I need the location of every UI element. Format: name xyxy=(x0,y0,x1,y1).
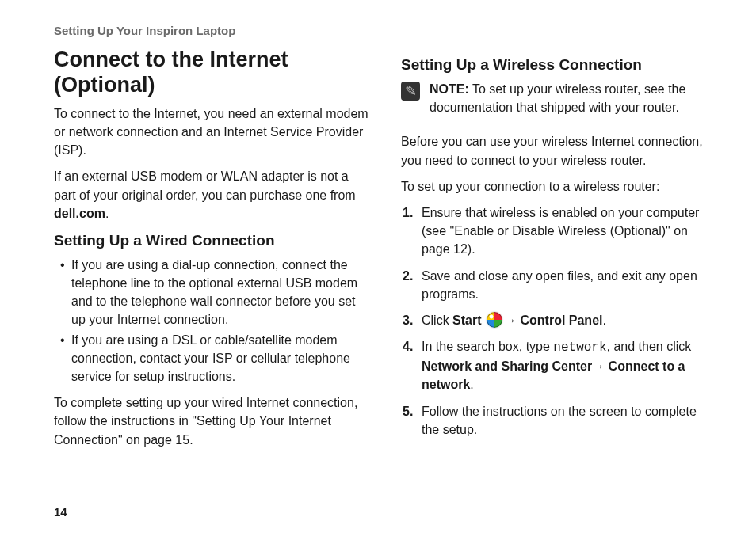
section-header: Setting Up Your Inspiron Laptop xyxy=(54,24,716,37)
text: . xyxy=(470,378,473,391)
wireless-p1: Before you can use your wireless Interne… xyxy=(401,132,716,169)
wired-heading: Setting Up a Wired Connection xyxy=(54,232,369,249)
page-number: 14 xyxy=(54,505,67,519)
start-label: Start xyxy=(452,314,485,327)
wireless-p2: To set up your connection to a wireless … xyxy=(401,177,716,196)
windows-start-icon xyxy=(487,312,502,328)
list-item: If you are using a dial-up connection, c… xyxy=(71,256,369,329)
list-item: 1. Ensure that wireless is enabled on yo… xyxy=(422,203,716,259)
intro-paragraph-2: If an external USB modem or WLAN adapter… xyxy=(54,167,369,222)
arrow: → xyxy=(504,314,520,327)
wireless-steps: 1. Ensure that wireless is enabled on yo… xyxy=(401,203,716,439)
step-text: Follow the instructions on the screen to… xyxy=(422,405,697,436)
text: , and then click xyxy=(607,340,692,353)
text: . xyxy=(105,207,109,220)
step-number: 3. xyxy=(403,311,413,329)
left-column: Connect to the Internet (Optional) To co… xyxy=(54,47,369,457)
arrow: → xyxy=(592,359,608,373)
text: Click xyxy=(422,314,452,327)
note-text: NOTE: To set up your wireless router, se… xyxy=(430,80,716,116)
list-item: If you are using a DSL or cable/satellit… xyxy=(71,331,369,386)
code-text: network xyxy=(553,340,606,355)
note-icon: ✎ xyxy=(401,82,420,101)
step-number: 2. xyxy=(403,267,413,285)
text: In the search box, type xyxy=(422,340,553,353)
note-block: ✎ NOTE: To set up your wireless router, … xyxy=(401,80,716,124)
dell-link-text: dell.com xyxy=(54,207,105,220)
text: . xyxy=(602,314,605,327)
control-panel-label: Control Panel xyxy=(520,314,602,327)
wireless-heading: Setting Up a Wireless Connection xyxy=(401,56,716,74)
content-columns: Connect to the Internet (Optional) To co… xyxy=(54,47,716,457)
step-number: 1. xyxy=(403,203,413,222)
note-label: NOTE: xyxy=(430,82,469,96)
list-item: 2. Save and close any open files, and ex… xyxy=(422,267,716,303)
list-item: 3. Click Start → Control Panel. xyxy=(422,311,716,329)
step-text: Ensure that wireless is enabled on your … xyxy=(422,206,699,256)
list-item: 4. In the search box, type network, and … xyxy=(422,337,716,394)
step-text: Save and close any open files, and exit … xyxy=(422,269,697,301)
wired-bullet-list: If you are using a dial-up connection, c… xyxy=(54,256,369,386)
right-column: Setting Up a Wireless Connection ✎ NOTE:… xyxy=(401,47,716,457)
step-number: 4. xyxy=(403,337,413,355)
page-title: Connect to the Internet (Optional) xyxy=(54,47,369,98)
intro-paragraph-1: To connect to the Internet, you need an … xyxy=(54,105,369,160)
step-number: 5. xyxy=(403,402,413,420)
network-center-label: Network and Sharing Center xyxy=(422,359,592,373)
list-item: 5. Follow the instructions on the screen… xyxy=(422,402,716,439)
wired-outro: To complete setting up your wired Intern… xyxy=(54,393,369,449)
text: If an external USB modem or WLAN adapter… xyxy=(54,169,356,201)
